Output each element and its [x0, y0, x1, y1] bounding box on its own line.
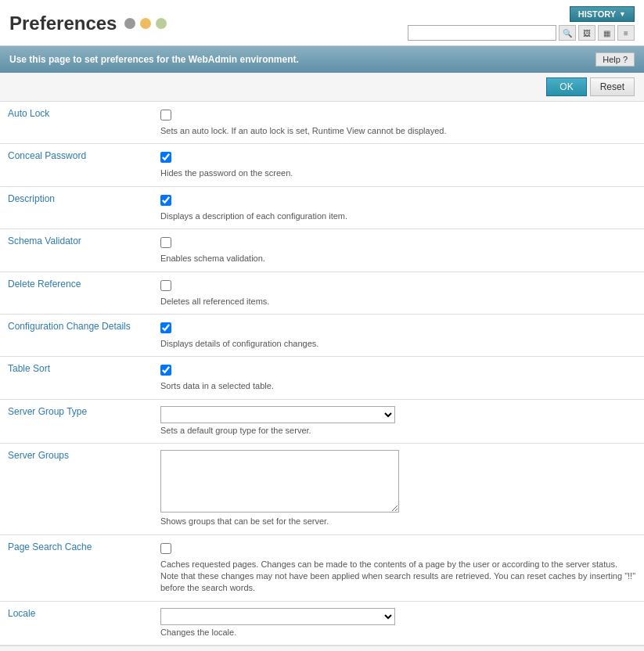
history-button[interactable]: HISTORY ▼ — [570, 6, 635, 22]
page-title: Preferences — [9, 13, 117, 34]
content-delete-reference: Deletes all referenced items. — [153, 272, 644, 314]
info-bar: Use this page to set preferences for the… — [0, 46, 644, 73]
pref-row-table-sort: Table SortSorts data in a selected table… — [0, 357, 644, 399]
desc-server-group-type: Sets a default group type for the server… — [160, 425, 636, 437]
desc-conceal-password: Hides the password on the screen. — [160, 167, 636, 179]
desc-locale: Changes the locale. — [160, 627, 636, 638]
pref-row-config-change-details: Configuration Change DetailsDisplays det… — [0, 314, 644, 356]
content-conceal-password: Hides the password on the screen. — [153, 144, 644, 186]
pref-row-page-search-cache: Page Search CacheCaches requested pages.… — [0, 534, 644, 601]
desc-page-search-cache: Caches requested pages. Changes can be m… — [160, 559, 636, 595]
content-schema-validator: Enables schema validation. — [153, 229, 644, 272]
history-arrow-icon: ▼ — [619, 10, 626, 18]
pref-row-description: DescriptionDisplays a description of eac… — [0, 186, 644, 228]
help-button[interactable]: Help ? — [595, 52, 635, 67]
pref-row-server-groups: Server GroupsShows groups that can be se… — [0, 444, 644, 534]
desc-auto-lock: Sets an auto lock. If an auto lock is se… — [160, 125, 636, 137]
header-right: HISTORY ▼ 🔍 🖼 ▦ ≡ — [408, 6, 635, 41]
label-auto-lock: Auto Lock — [0, 102, 153, 144]
top-action-bar: OK Reset — [0, 73, 644, 102]
content-server-groups: Shows groups that can be set for the ser… — [153, 444, 644, 534]
search-input[interactable] — [408, 25, 556, 41]
content-table-sort: Sorts data in a selected table. — [153, 357, 644, 399]
pref-row-server-group-type: Server Group TypeSets a default group ty… — [0, 399, 644, 443]
desc-table-sort: Sorts data in a selected table. — [160, 380, 636, 392]
checkbox-config-change-details[interactable] — [160, 322, 171, 333]
header-circles — [124, 18, 167, 29]
header-left: Preferences — [9, 13, 167, 34]
pref-row-auto-lock: Auto LockSets an auto lock. If an auto l… — [0, 102, 644, 144]
circle-gray — [124, 18, 135, 29]
pref-row-conceal-password: Conceal PasswordHides the password on th… — [0, 144, 644, 186]
label-server-groups: Server Groups — [0, 444, 153, 534]
reset-button-top[interactable]: Reset — [590, 77, 635, 96]
desc-delete-reference: Deletes all referenced items. — [160, 296, 636, 308]
pref-row-schema-validator: Schema ValidatorEnables schema validatio… — [0, 229, 644, 272]
content-server-group-type: Sets a default group type for the server… — [153, 399, 644, 443]
label-config-change-details: Configuration Change Details — [0, 314, 153, 356]
content-auto-lock: Sets an auto lock. If an auto lock is se… — [153, 102, 644, 144]
grid-icon[interactable]: ▦ — [598, 25, 615, 41]
checkbox-auto-lock[interactable] — [160, 110, 171, 120]
ok-button-top[interactable]: OK — [546, 77, 586, 96]
checkbox-conceal-password[interactable] — [160, 152, 171, 163]
label-conceal-password: Conceal Password — [0, 144, 153, 186]
textarea-server-groups[interactable] — [160, 450, 399, 513]
checkbox-schema-validator[interactable] — [160, 237, 171, 248]
content-page-search-cache: Caches requested pages. Changes can be m… — [153, 534, 644, 601]
pref-row-delete-reference: Delete ReferenceDeletes all referenced i… — [0, 272, 644, 314]
search-icon[interactable]: 🔍 — [559, 25, 576, 41]
circle-green — [156, 18, 167, 29]
checkbox-description[interactable] — [160, 195, 171, 206]
checkbox-page-search-cache[interactable] — [160, 543, 171, 554]
checkbox-table-sort[interactable] — [160, 365, 171, 376]
content-locale: Changes the locale. — [153, 601, 644, 645]
select-locale[interactable] — [160, 608, 395, 625]
select-server-group-type[interactable] — [160, 406, 395, 423]
bottom-action-bar: OK Reset — [0, 646, 644, 651]
label-description: Description — [0, 186, 153, 228]
preferences-table: Auto LockSets an auto lock. If an auto l… — [0, 102, 644, 646]
label-schema-validator: Schema Validator — [0, 229, 153, 272]
info-text: Use this page to set preferences for the… — [9, 54, 299, 65]
history-label: HISTORY — [578, 9, 616, 19]
label-page-search-cache: Page Search Cache — [0, 534, 153, 601]
desc-schema-validator: Enables schema validation. — [160, 253, 636, 264]
pref-row-locale: LocaleChanges the locale. — [0, 601, 644, 645]
label-server-group-type: Server Group Type — [0, 399, 153, 443]
content-config-change-details: Displays details of configuration change… — [153, 314, 644, 356]
label-table-sort: Table Sort — [0, 357, 153, 399]
desc-server-groups: Shows groups that can be set for the ser… — [160, 516, 636, 527]
checkbox-delete-reference[interactable] — [160, 280, 171, 291]
content-description: Displays a description of each configura… — [153, 186, 644, 228]
header: Preferences HISTORY ▼ 🔍 🖼 ▦ ≡ — [0, 0, 644, 46]
list-icon[interactable]: ≡ — [617, 25, 635, 41]
circle-orange — [140, 18, 151, 29]
label-locale: Locale — [0, 601, 153, 645]
label-delete-reference: Delete Reference — [0, 272, 153, 314]
desc-description: Displays a description of each configura… — [160, 210, 636, 222]
desc-config-change-details: Displays details of configuration change… — [160, 338, 636, 350]
image-icon[interactable]: 🖼 — [578, 25, 595, 41]
